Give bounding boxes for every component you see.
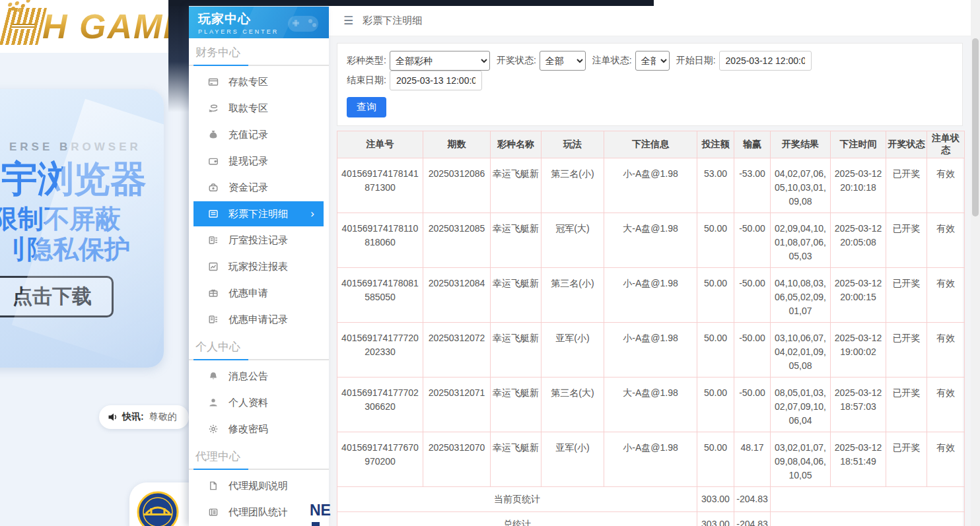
table-row: 40156917417811081806020250312085幸运飞艇新冠军(…	[337, 213, 965, 268]
section-underline	[189, 469, 329, 470]
summary-row: 当前页统计303.00-204.83	[337, 487, 965, 512]
sidebar-item-label: 消息公告	[228, 370, 268, 383]
bet-details-table-card: 注单号期数彩种名称玩法下注信息投注额输赢开奖结果下注时间开奖状态注单状态 401…	[337, 131, 963, 526]
summary-bet-total: 303.00	[697, 512, 734, 526]
table-header-cell: 彩种名称	[491, 131, 542, 158]
sidebar-item-label: 修改密码	[228, 423, 268, 436]
sidebar-item-label: 彩票下注明细	[228, 208, 288, 220]
table-cell: -50.00	[734, 213, 771, 268]
sidebar-item-withdraw-records[interactable]: 提现记录	[189, 148, 329, 174]
table-cell: 幸运飞艇新	[491, 432, 542, 487]
table-header-cell: 注单号	[337, 131, 423, 158]
sidebar-item-label: 存款专区	[228, 76, 268, 88]
scrollbar-thumb[interactable]	[972, 38, 979, 216]
end-date-input[interactable]	[390, 71, 482, 90]
sidebar-item-promo-apply-records[interactable]: 优惠申请记录	[189, 306, 329, 333]
table-cell: 小-A盘@1.98	[604, 268, 697, 323]
table-cell: 53.00	[697, 158, 734, 213]
table-cell: 大-A盘@1.98	[604, 378, 697, 432]
table-cell: 48.17	[734, 432, 771, 487]
sidebar-item-profile[interactable]: 个人资料	[189, 389, 329, 416]
filter-panel: 彩种类型: 全部彩种 开奖状态: 全部 注单状态: 全部 开始日期:	[337, 43, 963, 126]
browser-promo-banner: ERSE BROWSER 宇浏览器 限制不屏蔽 刂隐私保护 点击下载	[0, 89, 164, 368]
deposit-zone-icon	[208, 77, 219, 87]
hamburger-menu-icon[interactable]: ☰	[343, 14, 353, 28]
sidebar-item-announcements[interactable]: 消息公告	[189, 363, 329, 389]
table-cell: 50.00	[697, 432, 734, 487]
banner-tagline: ERSE BROWSER	[9, 141, 141, 154]
sidebar-item-withdraw-zone[interactable]: 取款专区	[189, 95, 329, 121]
logo-mark-icon	[0, 8, 47, 45]
sidebar-item-label: 玩家投注报表	[228, 261, 288, 273]
section-underline	[189, 65, 329, 66]
sidebar-item-label: 厅室投注记录	[228, 234, 288, 247]
table-cell: -50.00	[734, 268, 771, 323]
sidebar-item-label: 资金记录	[228, 181, 268, 194]
table-cell: 401569174177720202330	[337, 323, 423, 378]
sidebar-item-recharge-records[interactable]: 充值记录	[189, 121, 329, 148]
table-cell: 亚军(小)	[542, 323, 604, 378]
table-cell: -50.00	[734, 378, 771, 432]
promo-apply-records-icon	[208, 314, 219, 325]
lottery-type-select[interactable]: 全部彩种	[390, 51, 490, 71]
table-cell: 幸运飞艇新	[491, 323, 542, 378]
table-header-cell: 注单状态	[927, 131, 965, 158]
sidebar-item-change-password[interactable]: 修改密码	[189, 416, 329, 442]
funds-records-icon	[208, 182, 219, 193]
table-cell: 已开奖	[886, 432, 927, 487]
announcements-icon	[208, 371, 219, 381]
summary-label: 总统计	[337, 512, 697, 526]
sidebar-item-agent-team-stats[interactable]: 代理团队统计	[189, 499, 329, 525]
table-cell: 50.00	[697, 378, 734, 432]
order-status-select[interactable]: 全部	[635, 51, 670, 71]
query-button[interactable]: 查询	[347, 97, 386, 117]
background-page: ERSE BROWSER 宇浏览器 限制不屏蔽 刂隐私保护 点击下载 H GAM…	[0, 0, 189, 526]
table-cell: 03,02,01,07,09,08,04,06,10,05	[771, 432, 831, 487]
sidebar-item-label: 代理规则说明	[228, 480, 288, 492]
table-header-cell: 玩法	[542, 131, 604, 158]
download-button[interactable]: 点击下载	[0, 276, 114, 317]
table-cell: 20250312072	[423, 323, 491, 378]
table-header-cell: 下注时间	[831, 131, 886, 158]
table-row: 40156917417808158505020250312084幸运飞艇新第三名…	[337, 268, 965, 323]
hall-bet-records-icon	[208, 235, 219, 246]
sidebar-item-promo-apply[interactable]: 优惠申请	[189, 280, 329, 306]
sidebar-section-title: 财务中心	[195, 45, 329, 60]
sidebar-item-label: 取款专区	[228, 102, 268, 115]
table-cell: 401569174177702306620	[337, 378, 423, 432]
site-logo: H GAME	[4, 7, 168, 46]
sidebar-item-deposit-zone[interactable]: 存款专区	[189, 69, 329, 95]
draw-status-select[interactable]: 全部	[540, 51, 586, 71]
sidebar-item-player-bet-report[interactable]: 玩家投注报表	[189, 253, 329, 280]
table-cell: 大-A盘@1.98	[604, 213, 697, 268]
sidebar-item-hall-bet-records[interactable]: 厅室投注记录	[189, 227, 329, 253]
sidebar-item-funds-records[interactable]: 资金记录	[189, 174, 329, 201]
table-cell: 08,05,01,03,02,07,09,10,06,04	[771, 378, 831, 432]
sidebar-item-agent-rules[interactable]: 代理规则说明	[189, 473, 329, 499]
sidebar-item-label: 代理团队统计	[228, 506, 288, 519]
sidebar-item-label: 提现记录	[228, 155, 268, 168]
table-row: 40156917417814187130020250312086幸运飞艇新第三名…	[337, 158, 965, 213]
table-row: 40156917417772020233020250312072幸运飞艇新亚军(…	[337, 323, 965, 378]
table-header-cell: 开奖结果	[771, 131, 831, 158]
sidebar-item-lottery-bet-details[interactable]: 彩票下注明细›	[193, 201, 324, 226]
vertical-scrollbar[interactable]	[971, 0, 980, 526]
table-cell: 20250312070	[423, 432, 491, 487]
table-cell: 有效	[927, 432, 965, 487]
lottery-type-label: 彩种类型:	[347, 55, 386, 67]
page-dark-edge	[168, 0, 189, 112]
banner-line3: 刂隐私保护	[1, 232, 130, 267]
start-date-input[interactable]	[719, 51, 812, 71]
table-cell: 有效	[927, 158, 965, 213]
draw-status-label: 开奖状态:	[497, 55, 536, 67]
main-panel: ☰ 彩票下注明细 彩种类型: 全部彩种 开奖状态: 全部 注单状态: 全部	[329, 6, 971, 526]
ticker-text: 尊敬的	[149, 411, 177, 423]
table-row: 40156917417770230662020250312071幸运飞艇新第三名…	[337, 378, 965, 432]
table-cell: 有效	[927, 323, 965, 378]
order-status-label: 注单状态:	[592, 55, 632, 67]
summary-label: 当前页统计	[337, 487, 697, 512]
table-cell: 401569174178141871300	[337, 158, 423, 213]
table-cell: 2025-03-12 18:57:03	[831, 378, 886, 432]
sidebar-header: 玩家中心 PLAYERS CENTER	[189, 7, 329, 38]
table-cell: 2025-03-12 20:10:18	[831, 158, 886, 213]
